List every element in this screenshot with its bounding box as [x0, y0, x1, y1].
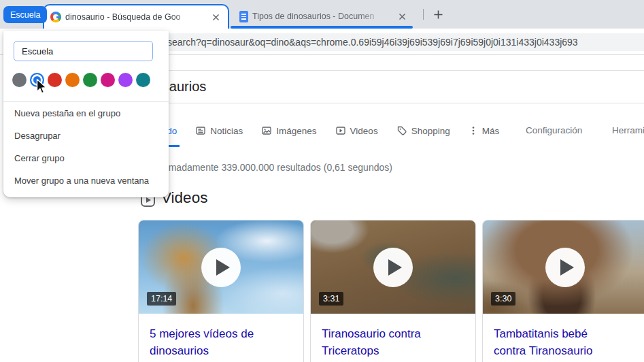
tab-strip: Escuela dinosaurio - Búsqueda de Goo Tip… — [0, 0, 644, 29]
results-stats: Aproximadamente 339.000.000 resultados (… — [141, 162, 392, 173]
serp-nav-tabs: Todo Noticias Imágenes Videos Shopping M… — [157, 125, 518, 136]
menu-item-close-group[interactable]: Cerrar grupo — [3, 147, 169, 169]
video-duration-badge: 17:14 — [147, 292, 176, 306]
color-swatch-purple[interactable] — [118, 73, 133, 87]
video-card-body: Tiranosaurio contra Triceratops — [311, 314, 475, 362]
tab-videos[interactable]: Videos — [335, 125, 378, 136]
play-button-icon[interactable] — [201, 248, 241, 287]
tab-group-label: Escuela — [10, 10, 40, 20]
tab-title: dinosaurio - Búsqueda de Goo — [65, 12, 205, 22]
browser-window: Escuela dinosaurio - Búsqueda de Goo Tip… — [0, 0, 644, 362]
search-input[interactable]: dinosaurios — [123, 70, 644, 103]
video-title-link[interactable]: Tambatitanis bebé contra Tiranosaurio — [494, 325, 615, 359]
play-button-icon[interactable] — [545, 248, 585, 287]
video-thumbnail[interactable]: 3:30 — [483, 220, 644, 314]
images-icon — [261, 125, 272, 136]
color-swatch-green[interactable] — [83, 73, 97, 87]
video-duration-badge: 3:30 — [491, 292, 515, 306]
tab-tipos-de-dinosaurios-doc[interactable]: Tipos de dinosaurios - Documen — [234, 5, 413, 27]
nav-label: Noticias — [210, 126, 243, 136]
video-thumbnail[interactable]: 3:31 — [311, 220, 475, 314]
mouse-cursor — [33, 78, 50, 98]
tab-imagenes[interactable]: Imágenes — [261, 125, 316, 136]
nav-label: Shopping — [411, 126, 450, 136]
nav-label: Más — [482, 126, 500, 136]
menu-item-ungroup[interactable]: Desagrupar — [3, 125, 169, 147]
videos-icon — [335, 125, 346, 136]
close-icon[interactable] — [396, 10, 408, 22]
video-card[interactable]: 3:30 Tambatitanis bebé contra Tiranosaur… — [482, 220, 644, 362]
tab-noticias[interactable]: Noticias — [195, 125, 243, 136]
new-tab-button[interactable] — [429, 5, 447, 24]
settings-link[interactable]: Configuración — [526, 125, 582, 135]
video-cards-row: 17:14 5 mejores vídeos de dinosaurios 3:… — [138, 220, 644, 362]
news-icon — [195, 125, 206, 136]
video-thumbnail[interactable]: 17:14 — [139, 220, 303, 314]
video-duration-badge: 3:31 — [319, 292, 343, 306]
color-swatch-cyan[interactable] — [136, 73, 150, 87]
tab-shopping[interactable]: Shopping — [396, 125, 450, 136]
color-swatch-red[interactable] — [48, 73, 62, 87]
url-text: search?q=dinosaur&oq=dino&aqs=chrome.0.6… — [167, 37, 578, 48]
nav-label: Imágenes — [276, 126, 316, 136]
video-card[interactable]: 3:31 Tiranosaurio contra Triceratops — [310, 220, 476, 362]
color-swatch-orange[interactable] — [65, 73, 80, 87]
group-name-input[interactable] — [14, 41, 153, 61]
play-button-icon[interactable] — [373, 248, 413, 287]
video-card-body: Tambatitanis bebé contra Tiranosaurio — [483, 314, 644, 362]
video-title-link[interactable]: 5 mejores vídeos de dinosaurios — [150, 325, 271, 359]
tab-dinosaurio-search[interactable]: dinosaurio - Búsqueda de Goo — [43, 4, 229, 29]
tab-group-edit-menu: Nueva pestaña en el grupo Desagrupar Cer… — [3, 31, 169, 197]
google-docs-favicon-icon — [239, 11, 248, 22]
video-card[interactable]: 17:14 5 mejores vídeos de dinosaurios — [138, 220, 304, 362]
menu-item-new-tab-in-group[interactable]: Nueva pestaña en el grupo — [3, 102, 169, 125]
close-icon[interactable] — [209, 11, 222, 23]
video-card-body: 5 mejores vídeos de dinosaurios — [139, 314, 303, 362]
tab-separator — [423, 9, 424, 20]
shopping-tag-icon — [396, 125, 407, 136]
tools-link[interactable]: Herramientas — [612, 125, 644, 135]
color-swatch-grey[interactable] — [12, 73, 27, 87]
color-swatch-pink[interactable] — [101, 73, 115, 87]
menu-item-move-group-new-window[interactable]: Mover grupo a una nueva ventana — [3, 169, 169, 192]
tab-group-chip-escuela[interactable]: Escuela — [3, 6, 47, 23]
nav-label: Videos — [350, 126, 378, 136]
google-favicon-icon — [50, 12, 61, 22]
tab-title: Tipos de dinosaurios - Documen — [252, 12, 392, 21]
video-title-link[interactable]: Tiranosaurio contra Triceratops — [322, 325, 443, 359]
tab-mas[interactable]: Más — [469, 125, 500, 136]
address-bar[interactable]: search?q=dinosaur&oq=dino&aqs=chrome.0.6… — [155, 33, 644, 51]
more-vertical-icon — [469, 125, 478, 136]
